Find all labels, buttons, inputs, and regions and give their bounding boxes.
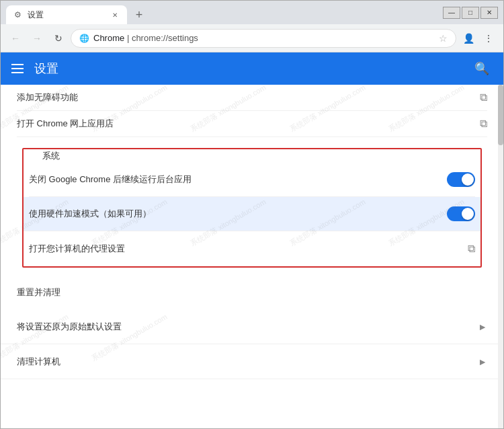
hamburger-button[interactable]: [11, 64, 24, 73]
accessibility-text: 添加无障碍功能: [17, 91, 78, 104]
background-run-toggle[interactable]: [447, 172, 475, 187]
proxy-settings-text: 打开您计算机的代理设置: [29, 243, 468, 255]
toggle-thumb-1: [462, 173, 474, 186]
window-controls: — □ ✕: [443, 7, 498, 19]
proxy-external-link-icon[interactable]: ⧉: [468, 243, 475, 255]
tab-favicon: ⚙: [13, 10, 22, 20]
address-input[interactable]: 🌐 Chrome | chrome://settings ☆: [71, 29, 456, 48]
address-bar: ← → ↻ 🌐 Chrome | chrome://settings ☆ 👤 ⋮: [1, 24, 503, 52]
reset-heading-text: 重置并清理: [17, 287, 60, 297]
bookmark-icon[interactable]: ☆: [439, 33, 448, 44]
back-button[interactable]: ←: [6, 29, 25, 48]
close-button[interactable]: ✕: [480, 7, 498, 19]
external-link-icon-1[interactable]: ⧉: [480, 91, 487, 104]
hamburger-line-2: [11, 68, 24, 69]
search-icon[interactable]: 🔍: [471, 58, 493, 79]
hamburger-line-3: [11, 72, 24, 73]
proxy-settings-item: 打开您计算机的代理设置 ⧉: [29, 231, 475, 266]
hamburger-line-1: [11, 64, 24, 65]
accessibility-item: 添加无障碍功能 ⧉: [17, 85, 487, 111]
menu-icon[interactable]: ⋮: [479, 29, 498, 48]
settings-content: 系统部落 xitongbuluo.com 系统部落 xitongbuluo.co…: [1, 85, 503, 428]
gear-icon: ⚙: [14, 10, 22, 20]
active-tab[interactable]: ⚙ 设置 ✕: [6, 5, 127, 24]
address-url: chrome://settings: [132, 33, 198, 43]
refresh-button[interactable]: ↻: [49, 29, 68, 48]
background-run-text: 关闭 Google Chrome 后继续运行后台应用: [29, 173, 447, 186]
chrome-icon: 🌐: [79, 34, 89, 43]
hardware-accel-item: 使用硬件加速模式（如果可用）: [24, 197, 480, 231]
new-tab-button[interactable]: +: [130, 5, 149, 24]
profile-icon[interactable]: 👤: [459, 29, 478, 48]
hardware-accel-toggle[interactable]: [447, 206, 475, 221]
scrollbar-track[interactable]: [498, 85, 503, 428]
title-bar: ⚙ 设置 ✕ + — □ ✕: [1, 1, 503, 24]
address-brand: Chrome | chrome://settings: [93, 33, 435, 43]
chevron-right-icon-1: ►: [478, 321, 487, 332]
toggle-thumb-2: [462, 208, 474, 220]
clean-computer-text: 清理计算机: [17, 356, 60, 368]
scrollbar-thumb[interactable]: [498, 85, 503, 145]
system-section-label: 系统: [40, 150, 62, 162]
hardware-accel-text: 使用硬件加速模式（如果可用）: [29, 208, 447, 220]
background-run-item: 关闭 Google Chrome 后继续运行后台应用: [29, 162, 475, 197]
settings-header: 设置 🔍: [1, 52, 503, 85]
system-inner: 关闭 Google Chrome 后继续运行后台应用 使用硬件加速模式（如果可用…: [24, 162, 480, 266]
system-section-container: 系统 关闭 Google Chrome 后继续运行后台应用 使用硬件加速模式（如…: [1, 137, 503, 273]
reset-section: 将设置还原为原始默认设置 ► 清理计算机 ►: [1, 304, 503, 379]
toolbar-right: 👤 ⋮: [459, 29, 498, 48]
reset-section-heading: 重置并清理: [1, 273, 503, 304]
search-button[interactable]: 🔍: [471, 58, 493, 79]
restore-defaults-item[interactable]: 将设置还原为原始默认设置 ►: [1, 309, 503, 344]
system-section-wrapper: 系统 关闭 Google Chrome 后继续运行后台应用 使用硬件加速模式（如…: [22, 148, 482, 268]
maximize-button[interactable]: □: [462, 7, 479, 19]
tab-close-button[interactable]: ✕: [110, 9, 120, 20]
restore-defaults-text: 将设置还原为原始默认设置: [17, 321, 122, 333]
external-link-icon-2[interactable]: ⧉: [480, 118, 487, 130]
tab-title: 设置: [28, 9, 104, 21]
chevron-right-icon-2: ►: [478, 356, 487, 367]
forward-button[interactable]: →: [28, 29, 46, 48]
system-label-row: 系统: [24, 149, 480, 162]
top-section: 添加无障碍功能 ⧉ 打开 Chrome 网上应用店 ⧉: [1, 85, 503, 137]
minimize-button[interactable]: —: [443, 7, 460, 19]
tab-area: ⚙ 设置 ✕ +: [6, 1, 149, 24]
chrome-store-item: 打开 Chrome 网上应用店 ⧉: [17, 111, 487, 137]
settings-title: 设置: [34, 61, 58, 77]
clean-computer-item[interactable]: 清理计算机 ►: [1, 344, 503, 379]
chrome-store-text: 打开 Chrome 网上应用店: [17, 118, 114, 130]
brand-text: Chrome: [93, 33, 124, 43]
address-separator: |: [127, 33, 132, 43]
